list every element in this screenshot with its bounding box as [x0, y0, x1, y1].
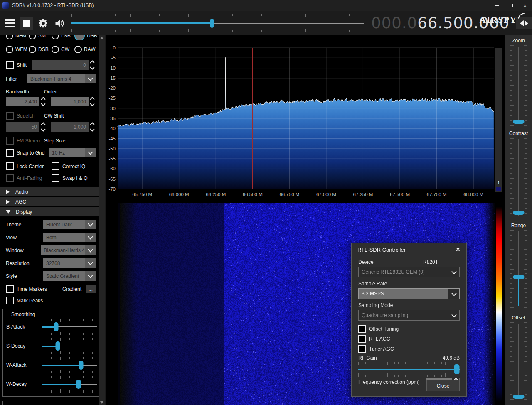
correct-iq-checkbox[interactable] — [52, 162, 59, 170]
squelch-checkbox[interactable] — [6, 112, 14, 120]
offset-slider[interactable] — [509, 322, 528, 399]
volume-slider[interactable] — [71, 14, 364, 32]
shift-input[interactable]: 0 — [32, 60, 89, 70]
range-slider[interactable] — [509, 230, 528, 307]
slider-track[interactable] — [518, 47, 519, 124]
snap-to-grid-checkbox[interactable] — [6, 149, 14, 157]
slider-thumb[interactable] — [454, 364, 459, 374]
fm-stereo-checkbox[interactable] — [6, 137, 14, 145]
anti-fading-checkbox[interactable] — [6, 174, 14, 182]
mode-lsb[interactable]: LSB — [52, 35, 74, 40]
slider-thumb[interactable] — [76, 380, 81, 389]
theme-select[interactable]: Fluent Dark — [43, 220, 96, 229]
audio-mute-button[interactable] — [53, 17, 66, 30]
stop-button[interactable] — [20, 17, 33, 30]
close-button-label: Close — [437, 383, 450, 389]
slider-tick — [525, 60, 527, 61]
cw-shift-input[interactable]: 1,000 — [51, 122, 89, 132]
s-decay-slider[interactable] — [42, 338, 97, 354]
slider-thumb[interactable] — [513, 120, 524, 124]
w-decay-slider[interactable] — [42, 376, 97, 393]
audio-section-header[interactable]: Audio — [0, 187, 99, 196]
view-select[interactable]: Both — [43, 233, 96, 242]
slider-thumb[interactable] — [54, 322, 59, 331]
dialog-title-bar[interactable]: RTL-SDR Controller × — [352, 243, 466, 256]
settings-button[interactable] — [37, 17, 50, 30]
time-markers-checkbox[interactable] — [6, 285, 14, 293]
squelch-input[interactable]: 50 — [6, 122, 39, 132]
w-attack-slider[interactable] — [42, 357, 97, 373]
filter-select[interactable]: Blackman-Harris 4 — [27, 74, 96, 83]
squelch-spinner[interactable] — [39, 122, 47, 132]
sidebar-scrollbar[interactable] — [99, 35, 105, 405]
resolution-select[interactable]: 32768 — [43, 258, 96, 268]
slider-thumb[interactable] — [56, 341, 60, 351]
slider-tick — [456, 375, 456, 377]
slider-tick — [525, 235, 527, 236]
zoom-scrollbar-thumb[interactable] — [496, 187, 501, 191]
mode-usb[interactable]: USB — [74, 35, 97, 40]
mode-label: RAW — [84, 47, 96, 52]
shift-spinner[interactable] — [89, 60, 96, 70]
slider-tick — [51, 376, 52, 378]
order-spinner[interactable] — [89, 97, 96, 106]
gradient-button[interactable]: ... — [86, 285, 96, 293]
bandwidth-input[interactable]: 2,400 — [6, 97, 39, 106]
mode-cw[interactable]: CW — [52, 46, 74, 53]
close-button[interactable]: × — [518, 0, 532, 11]
slider-tick — [405, 362, 406, 364]
style-select[interactable]: Static Gradient — [43, 271, 96, 281]
slider-tick — [60, 389, 61, 393]
agc-section-header[interactable]: AGC — [0, 197, 99, 206]
sampling-mode-select[interactable]: Quadrature sampling — [358, 310, 460, 321]
slider-track[interactable] — [518, 324, 519, 398]
filter-label: Filter — [6, 76, 27, 82]
slider-tick — [524, 380, 527, 381]
bandwidth-spinner[interactable] — [39, 97, 47, 106]
step-size-select[interactable]: 10 Hz — [49, 148, 96, 157]
spectrum-zoom-scrollbar[interactable]: 1 — [495, 48, 502, 192]
mode-dsb[interactable]: DSB — [29, 46, 52, 53]
sample-rate-select[interactable]: 3.2 MSPS — [358, 288, 460, 299]
display-section-header[interactable]: Display — [0, 207, 99, 216]
dialog-close-action-button[interactable]: Close — [426, 380, 460, 391]
spectrum-analyzer[interactable]: 0-5-10-15-20-25-30-35-40-45-50-55-60-65-… — [106, 35, 505, 203]
scroll-up-icon[interactable] — [100, 37, 103, 39]
s-attack-slider[interactable] — [42, 319, 97, 335]
order-input[interactable]: 1,000 — [51, 97, 89, 106]
offset-tuning-checkbox[interactable] — [358, 325, 366, 333]
slider-thumb[interactable] — [513, 395, 524, 399]
window-select[interactable]: Blackman-Harris 4 — [41, 245, 96, 255]
mark-peaks-checkbox[interactable] — [6, 297, 14, 304]
restore-button[interactable] — [504, 0, 518, 11]
slider-thumb[interactable] — [513, 275, 524, 279]
minimize-button[interactable] — [490, 0, 504, 11]
slider-track[interactable] — [518, 139, 519, 216]
rf-gain-slider[interactable] — [358, 362, 460, 377]
slider-thumb[interactable] — [79, 361, 83, 370]
slider-thumb[interactable] — [210, 19, 214, 28]
slider-tick — [524, 341, 527, 342]
lock-carrier-checkbox[interactable] — [6, 162, 14, 170]
slider-tick — [74, 319, 74, 321]
display-controls-bar: Zoom Contrast Range Offset — [505, 35, 532, 405]
tuner-agc-checkbox[interactable] — [358, 345, 366, 353]
mode-wfm[interactable]: WFM — [6, 46, 29, 53]
device-select[interactable]: Generic RTL2832U OEM (0) — [358, 267, 460, 277]
mode-nfm[interactable]: NFM — [6, 35, 29, 40]
zoom-slider[interactable] — [509, 45, 528, 125]
menu-button[interactable] — [3, 17, 17, 30]
spectrum-plot[interactable]: 0-5-10-15-20-25-30-35-40-45-50-55-60-65-… — [106, 35, 505, 203]
swap-iq-checkbox[interactable] — [52, 174, 59, 182]
slider-tick — [60, 338, 61, 341]
dialog-close-button[interactable]: × — [453, 246, 463, 253]
mode-raw[interactable]: RAW — [74, 46, 97, 53]
shift-checkbox[interactable] — [6, 61, 14, 69]
rtl-agc-checkbox[interactable] — [358, 335, 366, 343]
slider-thumb[interactable] — [513, 211, 524, 215]
contrast-slider[interactable] — [509, 138, 528, 218]
scroll-down-icon[interactable] — [100, 401, 103, 404]
slider-tick — [525, 163, 527, 164]
cw-shift-spinner[interactable] — [89, 122, 96, 132]
mode-am[interactable]: AM — [29, 35, 52, 40]
